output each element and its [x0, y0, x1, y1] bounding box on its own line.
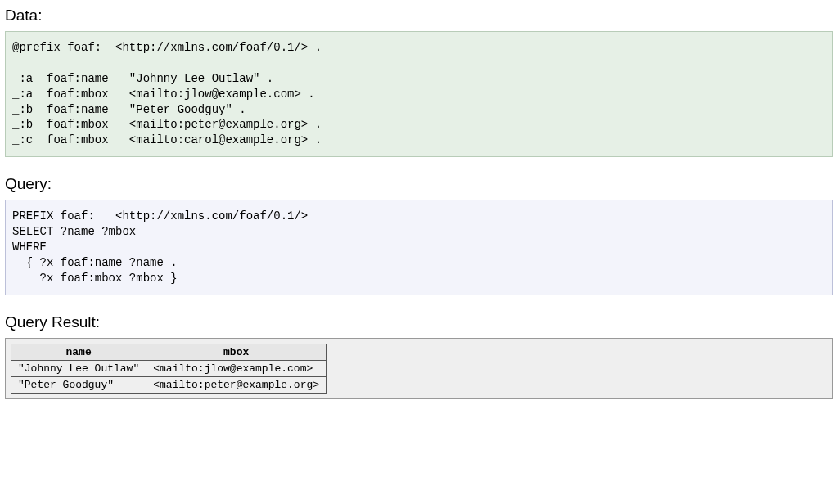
table-header-row: name mbox: [11, 344, 327, 360]
query-section-label: Query:: [5, 175, 833, 193]
table-row: "Peter Goodguy" <mailto:peter@example.or…: [11, 376, 327, 393]
table-header-name: name: [11, 344, 146, 360]
result-section-label: Query Result:: [5, 313, 833, 331]
data-code-block: @prefix foaf: <http://xmlns.com/foaf/0.1…: [5, 31, 833, 157]
data-section-label: Data:: [5, 7, 833, 25]
cell-name: "Johnny Lee Outlaw": [11, 360, 146, 376]
cell-mbox: <mailto:peter@example.org>: [146, 376, 327, 393]
result-container: name mbox "Johnny Lee Outlaw" <mailto:jl…: [5, 338, 833, 399]
cell-name: "Peter Goodguy": [11, 376, 146, 393]
table-header-mbox: mbox: [146, 344, 327, 360]
cell-mbox: <mailto:jlow@example.com>: [146, 360, 327, 376]
query-code-block: PREFIX foaf: <http://xmlns.com/foaf/0.1/…: [5, 200, 833, 295]
table-row: "Johnny Lee Outlaw" <mailto:jlow@example…: [11, 360, 327, 376]
result-table: name mbox "Johnny Lee Outlaw" <mailto:jl…: [11, 344, 327, 394]
